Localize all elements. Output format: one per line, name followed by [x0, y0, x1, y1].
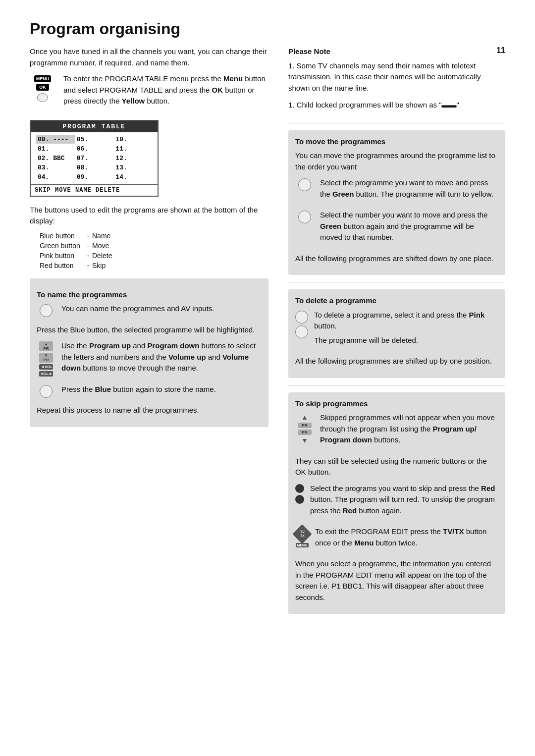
- dash-0: -: [84, 232, 92, 240]
- please-note-block: Please Note 1. Some TV channels may send…: [288, 46, 489, 116]
- menu-remote-icon: MENU OK: [30, 73, 55, 103]
- name-para2: Press the Blue button, the selected prog…: [37, 324, 262, 336]
- skip-para1: Skipped programmes will not appear when …: [320, 412, 498, 446]
- program-table: PROGRAM TABLE 00. ---- 05. 10. 01. 06. 1…: [30, 120, 159, 197]
- move-step1-text: Select the programme you want to move an…: [320, 177, 498, 200]
- circle-icon-2: [37, 385, 55, 398]
- delete-text-block: To delete a programme, select it and pre…: [314, 310, 498, 351]
- pr-up-badge: ▲ PR: [39, 341, 53, 351]
- circle-icon-1: [37, 304, 55, 317]
- move-step1-block: Select the programme you want to move an…: [295, 177, 498, 205]
- name-para5: Repeat this process to name all the prog…: [37, 405, 262, 416]
- pr-vol-icon: ▲ PR ▼ PR ◄VOL VOL►: [37, 341, 55, 377]
- circle-move-icon-1: [298, 178, 311, 191]
- vol-right-badge: VOL►: [39, 371, 53, 377]
- circle-button-icon: [37, 93, 48, 102]
- pr-down-badge: ▼ PR: [39, 353, 53, 363]
- pt-cell-01: 01.: [36, 145, 75, 153]
- tv-tx-text: TVTX: [300, 530, 304, 538]
- move-step2-text: Select the number you want to move and p…: [320, 210, 498, 243]
- circle-move-1: [295, 178, 314, 191]
- pt-cell-06: 06.: [75, 145, 114, 153]
- menu-instruction-block: MENU OK To enter the PROGRAM TABLE menu …: [30, 73, 268, 112]
- green-button-action: Move: [92, 242, 132, 250]
- tv-tx-icons: TVTX MENU: [295, 527, 309, 547]
- name-para4: Press the Blue button again to store the…: [61, 384, 216, 395]
- name-programmes-section: To name the programmes You can name the …: [30, 278, 268, 427]
- please-note-item2: 1. Child locked programmes will be shown…: [288, 100, 489, 111]
- pink-button-action: Delete: [92, 252, 132, 260]
- move-para3: All the following programmes are shifted…: [295, 253, 498, 265]
- move-programmes-section: To move the programmes You can move the …: [288, 130, 505, 275]
- red-button-label: Red button: [40, 262, 84, 270]
- delete-icons: [295, 311, 308, 338]
- circle-move-icon-2: [298, 211, 311, 223]
- circle-delete-1: [295, 311, 308, 324]
- name-para1: You can name the programmes and AV input…: [61, 303, 214, 315]
- divider-3: [288, 385, 505, 385]
- right-column: Please Note 1. Some TV channels may send…: [288, 46, 505, 621]
- delete-programme-section: To delete a programme To delete a progra…: [288, 289, 505, 378]
- skip-heading: To skip programmes: [295, 398, 498, 410]
- pr-up-arrow: ▲: [301, 413, 308, 421]
- skip-block1: ▲ PR PR ▼ Skipped programmes will not ap…: [295, 412, 498, 451]
- pt-cell-03: 03.: [36, 163, 75, 172]
- pt-cell-04: 04.: [36, 173, 75, 181]
- divider-2: [288, 282, 505, 282]
- page-title: Program organising: [30, 20, 505, 38]
- pt-cell-07: 07.: [75, 154, 114, 162]
- pt-cell-00: 00. ----: [36, 135, 75, 144]
- delete-step2-text: The programme will be deleted.: [314, 335, 498, 346]
- button-list-intro: The buttons used to edit the programs ar…: [30, 205, 268, 227]
- pt-cell-08: 08.: [75, 163, 114, 172]
- pt-cell-05: 05.: [75, 135, 114, 144]
- tv-tx-icon: TVTX: [292, 524, 312, 544]
- exit-text: To exit the PROGRAM EDIT press the TV/TX…: [315, 526, 498, 548]
- program-table-header: PROGRAM TABLE: [31, 121, 158, 132]
- green-button-label: Green button: [40, 242, 84, 250]
- vol-left-badge: ◄VOL: [39, 364, 53, 370]
- circle-move-2: [295, 211, 314, 223]
- pink-button-label: Pink button: [40, 252, 84, 260]
- dash-1: -: [84, 242, 92, 250]
- please-note-item1: 1. Some TV channels may send their names…: [288, 60, 489, 94]
- pr-dn-arrow: ▼: [301, 436, 308, 444]
- delete-step1-text: To delete a programme, select it and pre…: [314, 310, 498, 332]
- ok-badge: OK: [36, 84, 49, 91]
- pt-cell-12: 12.: [113, 154, 153, 162]
- blue-button-action: Name: [92, 232, 132, 240]
- pt-cell-02: 02. BBC: [36, 154, 75, 162]
- pt-cell-10: 10.: [113, 135, 153, 144]
- pt-cell-13: 13.: [113, 163, 153, 172]
- move-step2-block: Select the number you want to move and p…: [295, 210, 498, 248]
- skip-pr-up: PR: [298, 423, 312, 428]
- button-list: Blue button - Name Green button - Move P…: [40, 232, 268, 270]
- pt-cell-09: 09.: [75, 173, 114, 181]
- circle-large-2: [40, 385, 53, 398]
- circle-delete-2: [295, 325, 308, 338]
- move-intro: You can move the programmes around the p…: [295, 150, 498, 172]
- dash-2: -: [84, 252, 92, 260]
- skip-programmes-section: To skip programmes ▲ PR PR ▼ Skipped pro…: [288, 392, 505, 614]
- skip-pr-icon: ▲ PR PR ▼: [295, 413, 314, 444]
- delete-para3: All the following programmes are shifted…: [295, 356, 498, 367]
- circle-large: [40, 304, 53, 317]
- program-table-footer: SKIP MOVE NAME DELETE: [31, 185, 158, 196]
- intro-text: Once you have tuned in all the channels …: [30, 46, 268, 68]
- name-para3: Use the Program up and Program down butt…: [61, 340, 262, 374]
- blue-button-label: Blue button: [40, 232, 84, 240]
- move-programmes-heading: To move the programmes: [295, 136, 498, 148]
- filled-circle-2: [295, 495, 304, 504]
- final-text: When you select a programme, the informa…: [295, 558, 498, 603]
- menu-badge-exit: MENU: [296, 543, 309, 547]
- skip-step1-block: Select the programs you want to skip and…: [295, 483, 498, 522]
- skip-step1-text: Select the programs you want to skip and…: [310, 483, 498, 517]
- pt-cell-11: 11.: [113, 145, 153, 153]
- please-note-heading: Please Note: [288, 46, 489, 57]
- divider-1: [288, 123, 505, 123]
- page-number: 11: [496, 46, 505, 55]
- menu-badge: MENU: [34, 75, 52, 82]
- program-table-body: 00. ---- 05. 10. 01. 06. 11. 02. BBC 07.…: [31, 132, 158, 185]
- exit-block: TVTX MENU To exit the PROGRAM EDIT press…: [295, 526, 498, 553]
- name-step3-block: Press the Blue button again to store the…: [37, 384, 262, 400]
